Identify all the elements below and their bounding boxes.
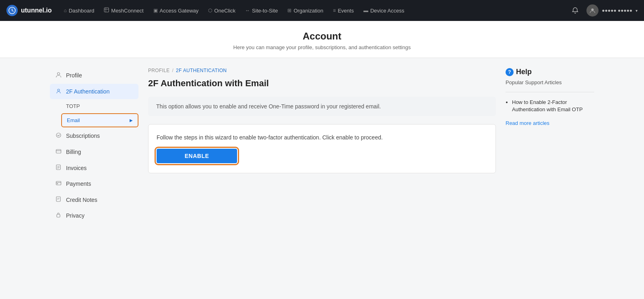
help-title: ? Help	[506, 68, 594, 76]
breadcrumb-separator: /	[172, 68, 173, 73]
nav-meshconnect-label: MeshConnect	[111, 8, 143, 14]
svg-rect-11	[57, 214, 60, 217]
nav-right: ●●●●● ●●●●● ▾	[569, 4, 638, 17]
nav-device-access-label: Device Access	[370, 8, 405, 14]
sidebar-item-profile[interactable]: Profile	[50, 68, 138, 83]
access-gateway-icon: ▣	[153, 8, 158, 13]
main-layout: Profile 2F Authentication TOTP Email ▶ S…	[40, 58, 604, 233]
nav-access-gateway[interactable]: ▣ Access Gateway	[149, 5, 203, 16]
avatar	[586, 4, 599, 17]
svg-rect-1	[104, 8, 109, 12]
breadcrumb-current: 2F AUTHENTICATION	[176, 68, 227, 73]
sidebar-billing-label: Billing	[66, 149, 81, 155]
user-name: ●●●●● ●●●●●	[602, 8, 632, 13]
enable-button[interactable]: ENABLE	[157, 149, 237, 163]
page-header: Account Here you can manage your profile…	[0, 21, 644, 58]
svg-rect-9	[57, 183, 58, 184]
info-box: This option allows you to enable and rec…	[148, 97, 496, 116]
sidebar-2fa-label: 2F Authentication	[66, 88, 109, 95]
nav-organization[interactable]: ⊞ Organization	[283, 5, 327, 16]
nav-events[interactable]: ≡ Events	[329, 5, 358, 16]
sidebar-credit-notes-label: Credit Notes	[66, 197, 97, 203]
sidebar-item-2fa[interactable]: 2F Authentication	[50, 84, 138, 99]
nav-device-access[interactable]: ▬ Device Access	[359, 5, 409, 16]
invoices-icon	[55, 164, 62, 171]
nav-dashboard-label: Dashboard	[69, 8, 95, 14]
2fa-icon	[55, 88, 62, 95]
nav-access-gateway-label: Access Gateway	[160, 8, 199, 14]
help-divider	[506, 92, 594, 92]
svg-point-4	[58, 89, 60, 91]
breadcrumb: PROFILE / 2F AUTHENTICATION	[148, 68, 496, 73]
read-more-link[interactable]: Read more articles	[506, 120, 549, 126]
svg-point-3	[57, 73, 60, 75]
svg-rect-6	[56, 150, 61, 153]
help-panel: ? Help Popular Support Articles How to E…	[506, 68, 594, 126]
sidebar-invoices-label: Invoices	[66, 165, 87, 171]
sidebar-email-label: Email	[67, 117, 80, 123]
nav-dashboard[interactable]: ⌂ Dashboard	[60, 5, 98, 16]
sidebar-item-invoices[interactable]: Invoices	[50, 160, 138, 175]
oneclick-icon: ⬡	[208, 8, 212, 13]
logo-icon	[6, 5, 18, 16]
notifications-button[interactable]	[569, 4, 582, 17]
help-articles: How to Enable 2-Factor Authentication wi…	[506, 99, 594, 113]
content-title: 2F Authentication with Email	[148, 78, 496, 89]
organization-icon: ⊞	[287, 8, 291, 13]
payments-icon	[55, 180, 62, 187]
events-icon: ≡	[333, 8, 336, 13]
subscriptions-icon	[55, 132, 62, 139]
site-to-site-icon: ↔	[245, 8, 250, 13]
sidebar-item-billing[interactable]: Billing	[50, 144, 138, 160]
sidebar-item-totp[interactable]: TOTP	[61, 100, 138, 112]
nav-site-to-site-label: Site-to-Site	[252, 8, 278, 14]
nav-oneclick[interactable]: ⬡ OneClick	[204, 5, 239, 16]
sidebar-payments-label: Payments	[66, 181, 91, 187]
meshconnect-icon	[104, 7, 109, 14]
privacy-icon	[55, 212, 62, 219]
svg-rect-8	[56, 181, 61, 185]
help-article-item: How to Enable 2-Factor Authentication wi…	[512, 99, 594, 113]
svg-point-2	[591, 8, 594, 11]
sidebar-item-subscriptions[interactable]: Subscriptions	[50, 128, 138, 143]
sidebar-totp-label: TOTP	[66, 103, 80, 109]
help-icon: ?	[506, 68, 514, 76]
page-subtitle: Here you can manage your profile, subscr…	[6, 44, 638, 50]
sidebar-privacy-label: Privacy	[66, 212, 85, 219]
sidebar: Profile 2F Authentication TOTP Email ▶ S…	[50, 68, 138, 224]
sidebar-email-chevron-icon: ▶	[130, 118, 133, 123]
device-access-icon: ▬	[363, 8, 368, 13]
help-title-text: Help	[516, 68, 532, 76]
nav-events-label: Events	[338, 8, 354, 14]
dashboard-icon: ⌂	[64, 8, 66, 13]
logo[interactable]: utunnel.io	[6, 5, 52, 16]
nav-meshconnect[interactable]: MeshConnect	[100, 5, 147, 16]
sidebar-item-payments[interactable]: Payments	[50, 176, 138, 191]
help-subtitle: Popular Support Articles	[506, 79, 594, 85]
wizard-box: Follow the steps in this wizard to enabl…	[148, 124, 496, 173]
profile-icon	[55, 72, 62, 79]
sidebar-item-credit-notes[interactable]: Credit Notes	[50, 192, 138, 207]
billing-icon	[55, 148, 62, 156]
credit-notes-icon	[55, 196, 62, 203]
nav-oneclick-label: OneClick	[214, 8, 235, 14]
top-navigation: utunnel.io ⌂ Dashboard MeshConnect ▣ Acc…	[0, 0, 644, 21]
user-dropdown-icon: ▾	[636, 8, 638, 13]
main-content: PROFILE / 2F AUTHENTICATION 2F Authentic…	[148, 68, 496, 173]
page-title: Account	[6, 31, 638, 42]
sidebar-item-privacy[interactable]: Privacy	[50, 208, 138, 223]
help-article-text: How to Enable 2-Factor Authentication wi…	[512, 99, 583, 112]
nav-organization-label: Organization	[293, 8, 323, 14]
sidebar-subscriptions-label: Subscriptions	[66, 133, 100, 139]
svg-point-5	[56, 133, 61, 137]
sidebar-sub-items: TOTP Email ▶	[61, 100, 138, 127]
logo-text: utunnel.io	[21, 7, 52, 14]
user-menu[interactable]: ●●●●● ●●●●● ▾	[586, 4, 638, 17]
breadcrumb-parent[interactable]: PROFILE	[148, 68, 169, 73]
info-text: This option allows you to enable and rec…	[156, 103, 381, 110]
sidebar-profile-label: Profile	[66, 72, 82, 79]
nav-site-to-site[interactable]: ↔ Site-to-Site	[241, 5, 282, 16]
sidebar-item-email[interactable]: Email ▶	[61, 113, 138, 127]
wizard-text: Follow the steps in this wizard to enabl…	[157, 134, 487, 141]
